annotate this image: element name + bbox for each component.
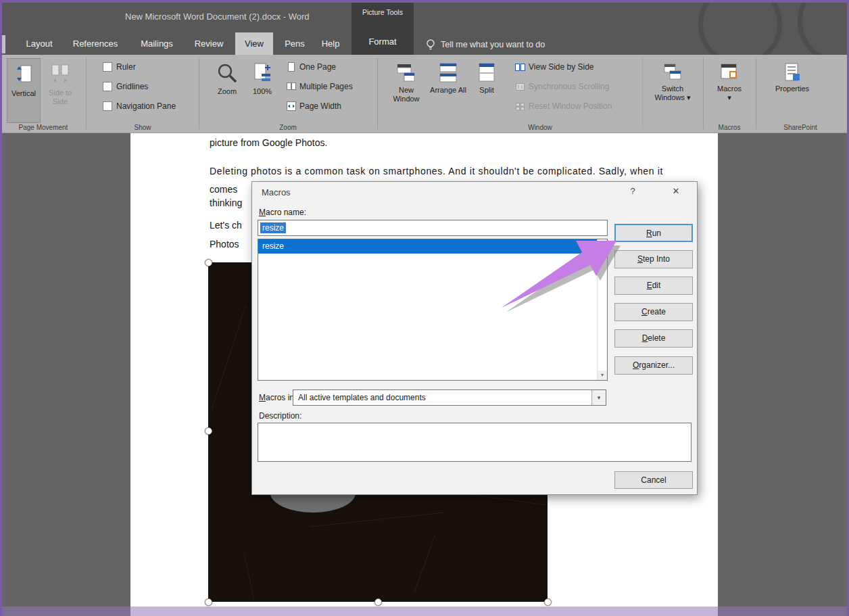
page-width-icon: [287, 101, 296, 111]
side-to-side-label: Side to Side: [49, 89, 72, 105]
ribbon: Vertical Side to Side Page Movement Rule…: [0, 55, 849, 133]
document-text-fragment: comes: [210, 184, 237, 195]
frame-left-border: [0, 0, 2, 616]
document-text-fragment: Photos: [210, 239, 239, 250]
close-icon[interactable]: ✕: [669, 186, 683, 198]
frame-bottom-strip: [0, 607, 849, 616]
delete-button[interactable]: Delete: [614, 329, 693, 348]
synchronous-scrolling-button: Synchronous Scrolling: [515, 82, 609, 91]
cancel-button[interactable]: Cancel: [614, 471, 693, 489]
description-field[interactable]: [258, 423, 692, 462]
resize-handle-top-left[interactable]: [205, 259, 212, 266]
macro-name-label: Macro name:: [259, 208, 306, 217]
new-window-button[interactable]: New Window: [387, 58, 426, 122]
split-icon: [477, 62, 496, 84]
chevron-down-icon[interactable]: ▾: [591, 390, 606, 405]
scroll-down-arrow-icon[interactable]: ▾: [598, 371, 607, 380]
lightbulb-icon: [426, 39, 435, 51]
tab-mailings[interactable]: Mailings: [132, 32, 181, 55]
checkbox-icon: [103, 101, 112, 111]
switch-windows-label: Switch Windows: [654, 85, 685, 101]
page-width-button[interactable]: Page Width: [287, 101, 341, 111]
switch-windows-button[interactable]: Switch Windows ▾: [648, 58, 698, 122]
picture-tools-label: Picture Tools: [351, 8, 414, 16]
chevron-down-icon: ▾: [687, 93, 691, 101]
new-window-icon: [396, 62, 416, 84]
selected-text: resize: [260, 222, 286, 233]
view-side-by-side-button[interactable]: View Side by Side: [515, 62, 594, 72]
macros-window-icon: [719, 62, 739, 82]
macro-name-input[interactable]: resize: [258, 220, 608, 236]
tab-layout[interactable]: Layout: [19, 32, 59, 55]
dialog-title: Macros: [262, 187, 291, 197]
vertical-label: Vertical: [11, 89, 36, 97]
group-label-macros: Macros: [703, 124, 756, 131]
arrange-all-label: Arrange All: [430, 86, 466, 94]
gridlines-label: Gridlines: [116, 82, 148, 91]
navigation-pane-checkbox[interactable]: Navigation Pane: [103, 101, 176, 111]
reset-window-position-label: Reset Window Position: [529, 101, 612, 111]
tab-review[interactable]: Review: [188, 32, 230, 55]
partial-tab-fragment: [2, 35, 5, 53]
split-button[interactable]: Split: [470, 58, 503, 122]
checkbox-icon: [103, 82, 112, 91]
window-title: New Microsoft Word Document (2).docx - W…: [125, 11, 310, 22]
tab-references[interactable]: References: [66, 32, 124, 55]
organizer-button[interactable]: Organizer...: [614, 356, 693, 375]
zoom-100-button[interactable]: 100%: [247, 58, 277, 122]
run-button[interactable]: Run: [614, 224, 693, 242]
title-bar: New Microsoft Word Document (2).docx - W…: [0, 3, 849, 55]
document-text-fragment: Let's ch: [210, 220, 242, 231]
side-to-side-icon: [50, 62, 70, 87]
checkbox-icon: [103, 62, 112, 72]
macros-in-dropdown[interactable]: All active templates and documents ▾: [293, 389, 606, 406]
gridlines-checkbox[interactable]: Gridlines: [103, 82, 148, 91]
tab-format[interactable]: Format: [351, 37, 414, 47]
resize-handle-bottom-center[interactable]: [374, 598, 382, 606]
one-page-label: One Page: [299, 62, 336, 72]
vertical-page-icon: [15, 63, 32, 87]
vertical-button[interactable]: Vertical: [7, 58, 41, 123]
chevron-down-icon: ▾: [727, 93, 731, 101]
macros-button[interactable]: Macros ▾: [710, 58, 749, 122]
magnifier-icon: [216, 62, 238, 85]
zoom-button[interactable]: Zoom: [210, 58, 245, 122]
resize-handle-bottom-left[interactable]: [205, 598, 212, 606]
properties-button[interactable]: Properties: [767, 58, 818, 122]
properties-icon: [782, 62, 802, 82]
one-page-icon: [287, 62, 296, 72]
create-button[interactable]: Create: [614, 303, 693, 321]
tab-view[interactable]: View: [235, 32, 273, 55]
step-into-button[interactable]: Step Into: [614, 250, 693, 268]
document-text-fragment: thinking: [210, 197, 242, 208]
arrange-all-button[interactable]: Arrange All: [429, 58, 468, 122]
arrange-all-icon: [438, 62, 458, 84]
multiple-pages-button[interactable]: Multiple Pages: [287, 82, 353, 91]
zoom-100-label: 100%: [253, 87, 272, 95]
group-label-window: Window: [377, 124, 703, 131]
ruler-checkbox[interactable]: Ruler: [103, 62, 136, 72]
resize-handle-bottom-right[interactable]: [544, 598, 552, 606]
macros-in-label: Macros in:: [259, 393, 296, 402]
synchronous-scrolling-icon: [515, 82, 525, 91]
zoom-label: Zoom: [218, 87, 237, 95]
decorative-circle: [798, 3, 849, 55]
callout-arrow: [500, 237, 621, 312]
reset-window-position-button: Reset Window Position: [515, 101, 612, 111]
one-page-button[interactable]: One Page: [287, 62, 336, 72]
split-label: Split: [479, 86, 493, 94]
frame-top-border: [0, 0, 849, 3]
tell-me-box[interactable]: Tell me what you want to do: [426, 38, 545, 51]
resize-handle-mid-left[interactable]: [205, 427, 212, 435]
help-icon[interactable]: ?: [625, 186, 640, 198]
edit-button[interactable]: Edit: [614, 277, 693, 295]
document-text-line: picture from Google Photos.: [210, 137, 327, 148]
macros-label: Macros: [717, 85, 742, 93]
tab-pens[interactable]: Pens: [278, 32, 311, 55]
side-to-side-button: Side to Side: [42, 58, 78, 122]
tab-help[interactable]: Help: [314, 32, 347, 55]
view-side-by-side-icon: [515, 63, 525, 72]
synchronous-scrolling-label: Synchronous Scrolling: [529, 82, 609, 91]
multiple-pages-label: Multiple Pages: [299, 82, 353, 91]
view-side-by-side-label: View Side by Side: [529, 62, 594, 72]
